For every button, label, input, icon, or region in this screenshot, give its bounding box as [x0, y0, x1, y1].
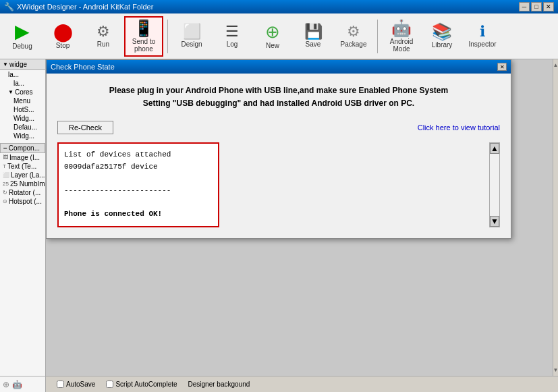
sidebar-item-label: Cores — [15, 88, 33, 96]
autosave-checkbox[interactable]: AutoSave — [57, 381, 95, 388]
sidebar-item-label: Rotator (... — [9, 189, 40, 196]
device-list-line1: List of devices attached — [64, 149, 213, 161]
sidebar-item-hotspot2[interactable]: ⊙ Hotspot (... — [0, 197, 45, 206]
layer-icon: ⬜ — [3, 172, 9, 178]
right-scrollbar[interactable]: ▲ ▼ — [553, 59, 558, 376]
modal-buttons-row: Re-Check Click here to view tutorial — [57, 121, 500, 134]
title-bar-left: 🔧 XWidget Designer - Android KitKat Fold… — [4, 2, 153, 11]
sidebar: ▼ widge la... la... ▼ Cores Menu HotS...… — [0, 59, 46, 376]
script-check[interactable] — [106, 381, 113, 388]
check-phone-modal: Check Phone State ✕ Please plug in your … — [46, 59, 511, 239]
send-to-phone-button[interactable]: 📱 Send to phone — [124, 16, 163, 57]
package-button[interactable]: ⚙ Package — [334, 16, 373, 57]
android-bottom-icon[interactable]: 🤖 — [12, 380, 22, 389]
debug-icon: ▶ — [15, 22, 30, 41]
minus-icon: − — [3, 144, 7, 152]
device-list-line4: Phone is connected OK! — [64, 208, 213, 221]
title-bar-buttons: ─ □ ✕ — [519, 2, 554, 11]
script-checkbox[interactable]: Script AutoComplete — [106, 381, 177, 388]
rotator-icon: ↻ — [3, 190, 7, 196]
modal-title: Check Phone State — [51, 63, 115, 71]
run-button[interactable]: ⚙ Run — [84, 16, 123, 57]
sidebar-item-text[interactable]: T Text (Te... — [0, 162, 45, 171]
plus-icon[interactable]: ⊕ — [3, 380, 9, 389]
sidebar-item-label: la... — [13, 80, 24, 87]
sidebar-item-la1[interactable]: la... — [0, 70, 45, 79]
save-icon: 💾 — [304, 24, 323, 39]
autosave-check[interactable] — [57, 381, 64, 388]
inspector-button[interactable]: ℹ Inspector — [463, 16, 502, 57]
device-list-line2: 0009dafa25175f device — [64, 161, 213, 173]
maximize-button[interactable]: □ — [531, 2, 542, 11]
modal-content: Please plug in your Android Phone with U… — [47, 74, 511, 238]
log-icon: ☰ — [225, 24, 239, 39]
title-bar: 🔧 XWidget Designer - Android KitKat Fold… — [0, 0, 558, 13]
package-label: Package — [341, 40, 367, 48]
sidebar-item-label: HotS... — [13, 106, 34, 113]
sidebar-item-hotspot[interactable]: HotS... — [0, 105, 45, 114]
toolbar-divider-1 — [167, 20, 168, 53]
status-bar-content: AutoSave Script AutoComplete Designer ba… — [57, 381, 250, 388]
sidebar-item-image[interactable]: 🖼 Image (I... — [0, 153, 45, 162]
components-header[interactable]: − Compon... — [0, 143, 45, 153]
sidebar-item-layer[interactable]: ⬜ Layer (La... — [0, 171, 45, 179]
android-mode-label: Android Mode — [384, 38, 419, 53]
modal-warning-text: Please plug in your Android Phone with U… — [57, 84, 500, 110]
design-button[interactable]: ⬜ Design — [172, 16, 211, 57]
scroll-up-icon[interactable]: ▲ — [553, 62, 558, 68]
sidebar-item-widget2[interactable]: Widg... — [0, 132, 45, 140]
modal-close-button[interactable]: ✕ — [497, 63, 507, 71]
sidebar-item-la2[interactable]: la... — [0, 79, 45, 88]
sidebar-item-rotator[interactable]: ↻ Rotator (... — [0, 188, 45, 197]
library-button[interactable]: 📚 Library — [422, 16, 462, 57]
designer-background: Designer backgound — [188, 381, 250, 388]
debug-button[interactable]: ▶ Debug — [3, 16, 42, 57]
scroll-down-icon[interactable]: ▼ — [553, 367, 558, 373]
toolbar: ▶ Debug ⬤ Stop ⚙ Run 📱 Send to phone ⬜ D… — [0, 13, 558, 59]
sidebar-item-label: Hotspot (... — [9, 198, 42, 205]
tutorial-link[interactable]: Click here to view tutorial — [418, 123, 500, 132]
design-label: Design — [181, 40, 202, 48]
minimize-button[interactable]: ─ — [519, 2, 530, 11]
autosave-label: AutoSave — [66, 381, 95, 388]
android-mode-button[interactable]: 🤖 Android Mode — [382, 16, 421, 57]
recheck-button[interactable]: Re-Check — [57, 121, 113, 134]
run-label: Run — [97, 40, 109, 48]
scroll-container: ▲ ▼ — [230, 142, 500, 227]
send-to-phone-label: Send to phone — [127, 38, 161, 53]
scrollbar-up[interactable]: ▲ — [490, 143, 499, 154]
stop-label: Stop — [56, 42, 70, 49]
scrollbar-down[interactable]: ▼ — [490, 216, 499, 227]
modal-title-bar: Check Phone State ✕ — [47, 60, 511, 74]
stop-button[interactable]: ⬤ Stop — [43, 16, 82, 57]
new-icon: ⊕ — [265, 23, 280, 40]
designer-label: Designer backgound — [188, 381, 250, 388]
android-mode-icon: 🤖 — [391, 20, 412, 36]
image-icon: 🖼 — [3, 155, 8, 161]
sidebar-item-label: Defau... — [13, 123, 37, 131]
device-list-line3: ------------------------ — [64, 185, 213, 197]
sidebar-item-widget1[interactable]: Widg... — [0, 114, 45, 123]
scrollbar[interactable]: ▲ ▼ — [489, 142, 500, 227]
sidebar-item-label: la... — [8, 71, 19, 78]
sidebar-item-menu[interactable]: Menu — [0, 96, 45, 105]
toolbar-divider-2 — [377, 20, 378, 53]
sidebar-item-cores[interactable]: ▼ Cores — [0, 88, 45, 96]
stop-icon: ⬤ — [53, 23, 73, 40]
new-button[interactable]: ⊕ New — [253, 16, 292, 57]
numbimage-icon: 25 — [3, 181, 9, 187]
inspector-label: Inspector — [468, 40, 496, 48]
sidebar-item-numbimage[interactable]: 25 25 NumbIma... — [0, 179, 45, 188]
right-panel: ▲ ▼ — [553, 59, 558, 376]
log-label: Log — [227, 40, 238, 48]
new-label: New — [266, 42, 279, 49]
components-label: Compon... — [9, 144, 40, 152]
hotspot-icon: ⊙ — [3, 198, 7, 204]
sidebar-item-default[interactable]: Defau... — [0, 123, 45, 132]
modal-overlay: Check Phone State ✕ Please plug in your … — [46, 59, 553, 376]
components-section: − Compon... 🖼 Image (I... T Text (Te... … — [0, 143, 45, 206]
log-button[interactable]: ☰ Log — [213, 16, 252, 57]
sidebar-header: ▼ widge — [0, 59, 45, 70]
close-button[interactable]: ✕ — [543, 2, 554, 11]
save-button[interactable]: 💾 Save — [294, 16, 333, 57]
